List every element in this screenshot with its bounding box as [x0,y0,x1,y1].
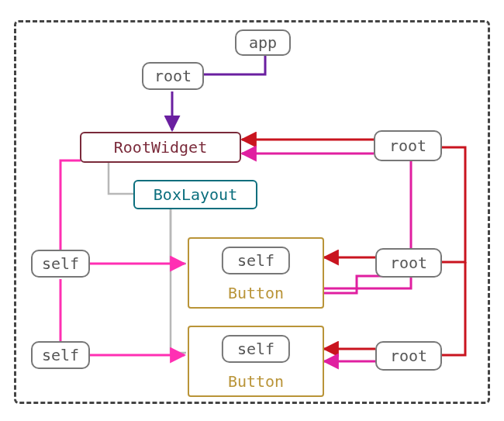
node-root-top: root [142,62,204,90]
button2-self: self [222,335,290,363]
node-boxlayout: BoxLayout [133,180,257,209]
button1-label: Button [228,284,284,302]
node-self-left-1: self [31,250,90,278]
node-root-right-bot: root [375,341,442,371]
node-root-right-mid: root [375,248,442,278]
node-root-right-top: root [374,130,442,161]
node-app: app [235,29,291,56]
node-rootwidget: RootWidget [80,132,241,163]
group-button-2: self Button [188,326,324,397]
node-self-left-2: self [31,341,90,369]
button1-self: self [222,247,290,274]
diagram-canvas: app root RootWidget BoxLayout root root … [0,0,504,421]
group-button-1: self Button [188,237,324,309]
button2-label: Button [228,372,284,391]
